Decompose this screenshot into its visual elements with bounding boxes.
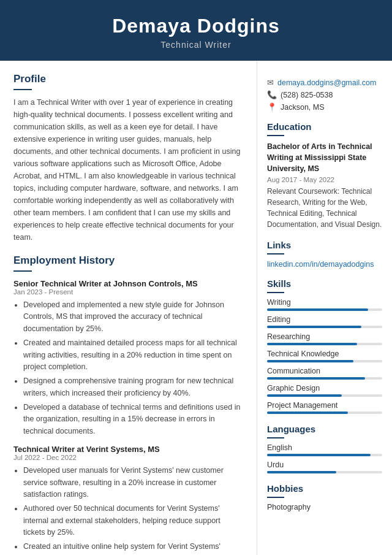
education-title: Education xyxy=(267,121,382,132)
skill-label-6: Project Management xyxy=(267,401,382,410)
skill-label-0: Writing xyxy=(267,298,382,307)
skill-bar-fill-2 xyxy=(267,343,357,345)
bullet-1-2: Created an intuitive online help system … xyxy=(23,541,243,555)
hobbies-section: Hobbies Photography xyxy=(267,483,382,511)
job-title-1: Technical Writer at Verint Systems, MS xyxy=(13,445,243,454)
lang-item-1: Urdu xyxy=(267,461,382,473)
job-date-0: Jan 2023 - Present xyxy=(13,288,243,296)
edu-date: Aug 2017 - May 2022 xyxy=(267,176,382,183)
skill-bar-bg-6 xyxy=(267,411,382,414)
skill-item-2: Researching xyxy=(267,332,382,345)
job-title-0: Senior Technical Writer at Johnson Contr… xyxy=(13,279,243,288)
bullet-0-2: Designed a comprehensive training progra… xyxy=(23,375,243,399)
job-bullets-1: Developed user manuals for Verint System… xyxy=(13,465,243,555)
links-divider xyxy=(267,253,284,255)
job-date-1: Jul 2022 - Dec 2022 xyxy=(13,454,243,461)
lang-label-1: Urdu xyxy=(267,461,382,469)
skill-bar-bg-3 xyxy=(267,360,382,362)
bullet-0-3: Developed a database of technical terms … xyxy=(23,402,243,437)
skill-label-2: Researching xyxy=(267,332,382,341)
bullet-1-1: Authored over 50 technical documents for… xyxy=(23,503,243,538)
skills-title: Skills xyxy=(267,278,382,289)
location-icon: 📍 xyxy=(267,102,277,112)
employment-title: Employment History xyxy=(13,255,243,267)
lang-bar-fill-0 xyxy=(267,454,371,456)
languages-container: English Urdu xyxy=(267,443,382,473)
contact-section: ✉ demaya.dodgins@gmail.com 📞 (528) 825-0… xyxy=(267,78,382,112)
languages-divider xyxy=(267,437,284,438)
hobbies-divider xyxy=(267,497,284,498)
lang-bar-bg-1 xyxy=(267,471,382,473)
contact-location-row: 📍 Jackson, MS xyxy=(267,102,382,112)
skill-bar-bg-4 xyxy=(267,377,382,380)
skill-bar-bg-5 xyxy=(267,394,382,397)
lang-item-0: English xyxy=(267,443,382,456)
skills-section: Skills Writing Editing Researching Techn… xyxy=(267,278,382,414)
skill-bar-fill-0 xyxy=(267,308,368,311)
skill-bar-fill-6 xyxy=(267,411,348,414)
bullet-1-0: Developed user manuals for Verint System… xyxy=(23,465,243,500)
phone-text: (528) 825-0538 xyxy=(281,91,333,99)
resume-header: Demaya Dodgins Technical Writer xyxy=(0,0,392,61)
job-item-1: Technical Writer at Verint Systems, MS J… xyxy=(13,445,243,555)
profile-section: Profile I am a Technical Writer with ove… xyxy=(13,73,243,243)
hobbies-title: Hobbies xyxy=(267,483,382,494)
skill-item-5: Graphic Design xyxy=(267,384,382,397)
profile-text: I am a Technical Writer with over 1 year… xyxy=(13,96,243,243)
candidate-title: Technical Writer xyxy=(12,40,380,50)
bullet-0-0: Developed and implemented a new style gu… xyxy=(23,299,243,335)
lang-label-0: English xyxy=(267,443,382,452)
contact-phone-row: 📞 (528) 825-0538 xyxy=(267,90,382,99)
lang-bar-bg-0 xyxy=(267,454,382,456)
skill-bar-bg-2 xyxy=(267,343,382,345)
skill-item-0: Writing xyxy=(267,298,382,311)
links-section: Links linkedin.com/in/demayadodgins xyxy=(267,240,382,269)
profile-divider xyxy=(13,89,32,90)
lang-bar-fill-1 xyxy=(267,471,336,473)
languages-section: Languages English Urdu xyxy=(267,424,382,473)
skills-container: Writing Editing Researching Technical Kn… xyxy=(267,298,382,414)
email-icon: ✉ xyxy=(267,78,274,87)
hobbies-container: Photography xyxy=(267,503,382,511)
links-title: Links xyxy=(267,240,382,250)
candidate-name: Demaya Dodgins xyxy=(12,15,380,37)
contact-email-row: ✉ demaya.dodgins@gmail.com xyxy=(267,78,382,87)
skill-label-1: Editing xyxy=(267,315,382,324)
skill-label-3: Technical Knowledge xyxy=(267,350,382,358)
right-column: ✉ demaya.dodgins@gmail.com 📞 (528) 825-0… xyxy=(257,61,392,555)
skill-bar-fill-4 xyxy=(267,377,365,380)
skill-label-4: Communication xyxy=(267,367,382,375)
email-link[interactable]: demaya.dodgins@gmail.com xyxy=(277,78,376,87)
employment-divider xyxy=(13,270,32,272)
job-item-0: Senior Technical Writer at Johnson Contr… xyxy=(13,279,243,437)
skill-bar-fill-1 xyxy=(267,326,361,328)
education-divider xyxy=(267,135,284,136)
skill-label-5: Graphic Design xyxy=(267,384,382,392)
skill-item-1: Editing xyxy=(267,315,382,328)
profile-title: Profile xyxy=(13,73,243,85)
job-bullets-0: Developed and implemented a new style gu… xyxy=(13,299,243,437)
skill-item-4: Communication xyxy=(267,367,382,380)
languages-title: Languages xyxy=(267,424,382,434)
education-section: Education Bachelor of Arts in Technical … xyxy=(267,121,382,230)
linkedin-link[interactable]: linkedin.com/in/demayadodgins xyxy=(267,260,374,269)
edu-degree: Bachelor of Arts in Technical Writing at… xyxy=(267,141,382,174)
location-text: Jackson, MS xyxy=(281,103,325,112)
skill-bar-fill-5 xyxy=(267,394,342,397)
skill-item-6: Project Management xyxy=(267,401,382,414)
employment-section: Employment History Senior Technical Writ… xyxy=(13,255,243,555)
hobby-item-0: Photography xyxy=(267,503,382,511)
skills-divider xyxy=(267,292,284,293)
skill-bar-bg-1 xyxy=(267,326,382,328)
skill-item-3: Technical Knowledge xyxy=(267,350,382,362)
left-column: Profile I am a Technical Writer with ove… xyxy=(0,61,257,555)
edu-coursework: Relevant Coursework: Technical Research,… xyxy=(267,186,382,230)
main-content: Profile I am a Technical Writer with ove… xyxy=(0,61,392,555)
phone-icon: 📞 xyxy=(267,90,277,99)
skill-bar-fill-3 xyxy=(267,360,353,362)
bullet-0-1: Created and maintained detailed process … xyxy=(23,337,243,373)
skill-bar-bg-0 xyxy=(267,308,382,311)
